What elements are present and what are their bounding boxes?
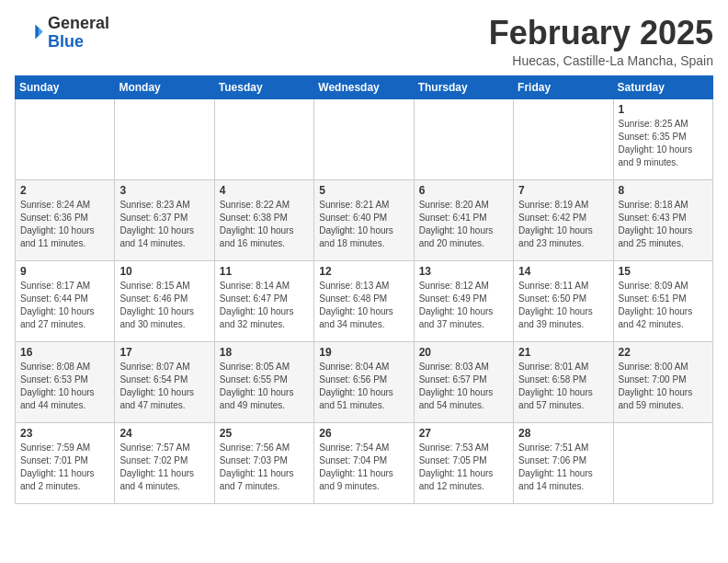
- day-number: 28: [518, 427, 608, 440]
- calendar-cell: 2Sunrise: 8:24 AM Sunset: 6:36 PM Daylig…: [16, 179, 115, 260]
- day-info: Sunrise: 8:18 AM Sunset: 6:43 PM Dayligh…: [619, 199, 708, 250]
- calendar-cell: 10Sunrise: 8:15 AM Sunset: 6:46 PM Dayli…: [115, 260, 214, 341]
- week-row-5: 23Sunrise: 7:59 AM Sunset: 7:01 PM Dayli…: [16, 422, 713, 503]
- day-number: 7: [518, 184, 608, 197]
- calendar-cell: [414, 98, 513, 179]
- week-row-3: 9Sunrise: 8:17 AM Sunset: 6:44 PM Daylig…: [16, 260, 713, 341]
- day-info: Sunrise: 7:56 AM Sunset: 7:03 PM Dayligh…: [220, 442, 309, 493]
- day-number: 26: [319, 427, 408, 440]
- day-info: Sunrise: 8:19 AM Sunset: 6:42 PM Dayligh…: [518, 199, 608, 250]
- day-number: 15: [619, 265, 708, 278]
- day-number: 22: [619, 346, 708, 359]
- day-info: Sunrise: 8:22 AM Sunset: 6:38 PM Dayligh…: [220, 199, 309, 250]
- calendar-cell: 21Sunrise: 8:01 AM Sunset: 6:58 PM Dayli…: [514, 341, 613, 422]
- day-info: Sunrise: 8:17 AM Sunset: 6:44 PM Dayligh…: [20, 280, 109, 331]
- day-number: 8: [619, 184, 708, 197]
- day-info: Sunrise: 8:08 AM Sunset: 6:53 PM Dayligh…: [20, 361, 109, 412]
- day-number: 4: [220, 184, 309, 197]
- day-info: Sunrise: 8:15 AM Sunset: 6:46 PM Dayligh…: [119, 280, 209, 331]
- weekday-header-saturday: Saturday: [613, 75, 712, 98]
- day-info: Sunrise: 7:53 AM Sunset: 7:05 PM Dayligh…: [419, 442, 508, 493]
- weekday-header-row: SundayMondayTuesdayWednesdayThursdayFrid…: [16, 75, 713, 98]
- day-number: 13: [419, 265, 508, 278]
- logo-icon: [15, 18, 44, 48]
- weekday-header-thursday: Thursday: [414, 75, 513, 98]
- calendar-cell: 20Sunrise: 8:03 AM Sunset: 6:57 PM Dayli…: [414, 341, 513, 422]
- calendar-cell: [214, 98, 313, 179]
- logo: General Blue: [15, 15, 109, 52]
- day-info: Sunrise: 8:01 AM Sunset: 6:58 PM Dayligh…: [518, 361, 608, 412]
- calendar-cell: 8Sunrise: 8:18 AM Sunset: 6:43 PM Daylig…: [613, 179, 712, 260]
- logo-blue-text: Blue: [48, 32, 84, 51]
- day-info: Sunrise: 8:23 AM Sunset: 6:37 PM Dayligh…: [119, 199, 209, 250]
- day-number: 16: [20, 346, 109, 359]
- calendar-cell: 5Sunrise: 8:21 AM Sunset: 6:40 PM Daylig…: [314, 179, 414, 260]
- day-number: 20: [419, 346, 508, 359]
- day-number: 25: [220, 427, 309, 440]
- weekday-header-wednesday: Wednesday: [314, 75, 414, 98]
- day-info: Sunrise: 7:51 AM Sunset: 7:06 PM Dayligh…: [518, 442, 608, 493]
- day-number: 18: [220, 346, 309, 359]
- day-info: Sunrise: 8:12 AM Sunset: 6:49 PM Dayligh…: [419, 280, 508, 331]
- calendar-cell: 27Sunrise: 7:53 AM Sunset: 7:05 PM Dayli…: [414, 422, 513, 503]
- calendar-cell: 22Sunrise: 8:00 AM Sunset: 7:00 PM Dayli…: [613, 341, 712, 422]
- calendar-cell: [514, 98, 613, 179]
- week-row-4: 16Sunrise: 8:08 AM Sunset: 6:53 PM Dayli…: [16, 341, 713, 422]
- day-number: 3: [119, 184, 209, 197]
- calendar-cell: 1Sunrise: 8:25 AM Sunset: 6:35 PM Daylig…: [613, 98, 712, 179]
- weekday-header-sunday: Sunday: [16, 75, 115, 98]
- calendar-cell: [115, 98, 214, 179]
- day-info: Sunrise: 8:05 AM Sunset: 6:55 PM Dayligh…: [220, 361, 309, 412]
- page-header: General Blue February 2025 Huecas, Casti…: [15, 15, 713, 68]
- calendar-cell: [314, 98, 414, 179]
- day-info: Sunrise: 8:20 AM Sunset: 6:41 PM Dayligh…: [419, 199, 508, 250]
- day-number: 5: [319, 184, 408, 197]
- day-number: 21: [518, 346, 608, 359]
- calendar-cell: [16, 98, 115, 179]
- logo-general-text: General: [48, 14, 109, 32]
- calendar-cell: 9Sunrise: 8:17 AM Sunset: 6:44 PM Daylig…: [16, 260, 115, 341]
- day-number: 11: [220, 265, 309, 278]
- day-number: 24: [119, 427, 209, 440]
- day-number: 10: [119, 265, 209, 278]
- day-number: 17: [119, 346, 209, 359]
- day-info: Sunrise: 8:13 AM Sunset: 6:48 PM Dayligh…: [319, 280, 408, 331]
- day-info: Sunrise: 8:09 AM Sunset: 6:51 PM Dayligh…: [619, 280, 708, 331]
- calendar-cell: 14Sunrise: 8:11 AM Sunset: 6:50 PM Dayli…: [514, 260, 613, 341]
- day-number: 23: [20, 427, 109, 440]
- calendar-cell: 15Sunrise: 8:09 AM Sunset: 6:51 PM Dayli…: [613, 260, 712, 341]
- day-info: Sunrise: 8:04 AM Sunset: 6:56 PM Dayligh…: [319, 361, 408, 412]
- week-row-2: 2Sunrise: 8:24 AM Sunset: 6:36 PM Daylig…: [16, 179, 713, 260]
- week-row-1: 1Sunrise: 8:25 AM Sunset: 6:35 PM Daylig…: [16, 98, 713, 179]
- weekday-header-friday: Friday: [514, 75, 613, 98]
- calendar-cell: [613, 422, 712, 503]
- day-info: Sunrise: 7:54 AM Sunset: 7:04 PM Dayligh…: [319, 442, 408, 493]
- calendar-table: SundayMondayTuesdayWednesdayThursdayFrid…: [15, 75, 713, 504]
- day-info: Sunrise: 7:59 AM Sunset: 7:01 PM Dayligh…: [20, 442, 109, 493]
- svg-marker-1: [39, 27, 43, 36]
- day-info: Sunrise: 8:14 AM Sunset: 6:47 PM Dayligh…: [220, 280, 309, 331]
- calendar-cell: 24Sunrise: 7:57 AM Sunset: 7:02 PM Dayli…: [115, 422, 214, 503]
- day-info: Sunrise: 8:25 AM Sunset: 6:35 PM Dayligh…: [619, 118, 708, 169]
- day-number: 1: [619, 103, 708, 116]
- calendar-cell: 28Sunrise: 7:51 AM Sunset: 7:06 PM Dayli…: [514, 422, 613, 503]
- calendar-cell: 26Sunrise: 7:54 AM Sunset: 7:04 PM Dayli…: [314, 422, 414, 503]
- day-info: Sunrise: 8:24 AM Sunset: 6:36 PM Dayligh…: [20, 199, 109, 250]
- day-info: Sunrise: 8:07 AM Sunset: 6:54 PM Dayligh…: [119, 361, 209, 412]
- calendar-cell: 17Sunrise: 8:07 AM Sunset: 6:54 PM Dayli…: [115, 341, 214, 422]
- day-info: Sunrise: 8:00 AM Sunset: 7:00 PM Dayligh…: [619, 361, 708, 412]
- day-info: Sunrise: 8:03 AM Sunset: 6:57 PM Dayligh…: [419, 361, 508, 412]
- calendar-cell: 13Sunrise: 8:12 AM Sunset: 6:49 PM Dayli…: [414, 260, 513, 341]
- day-info: Sunrise: 8:11 AM Sunset: 6:50 PM Dayligh…: [518, 280, 608, 331]
- day-number: 19: [319, 346, 408, 359]
- calendar-cell: 4Sunrise: 8:22 AM Sunset: 6:38 PM Daylig…: [214, 179, 313, 260]
- location-subtitle: Huecas, Castille-La Mancha, Spain: [489, 53, 713, 68]
- calendar-cell: 12Sunrise: 8:13 AM Sunset: 6:48 PM Dayli…: [314, 260, 414, 341]
- weekday-header-tuesday: Tuesday: [214, 75, 313, 98]
- calendar-cell: 18Sunrise: 8:05 AM Sunset: 6:55 PM Dayli…: [214, 341, 313, 422]
- weekday-header-monday: Monday: [115, 75, 214, 98]
- calendar-cell: 7Sunrise: 8:19 AM Sunset: 6:42 PM Daylig…: [514, 179, 613, 260]
- calendar-cell: 6Sunrise: 8:20 AM Sunset: 6:41 PM Daylig…: [414, 179, 513, 260]
- calendar-cell: 16Sunrise: 8:08 AM Sunset: 6:53 PM Dayli…: [16, 341, 115, 422]
- day-number: 6: [419, 184, 508, 197]
